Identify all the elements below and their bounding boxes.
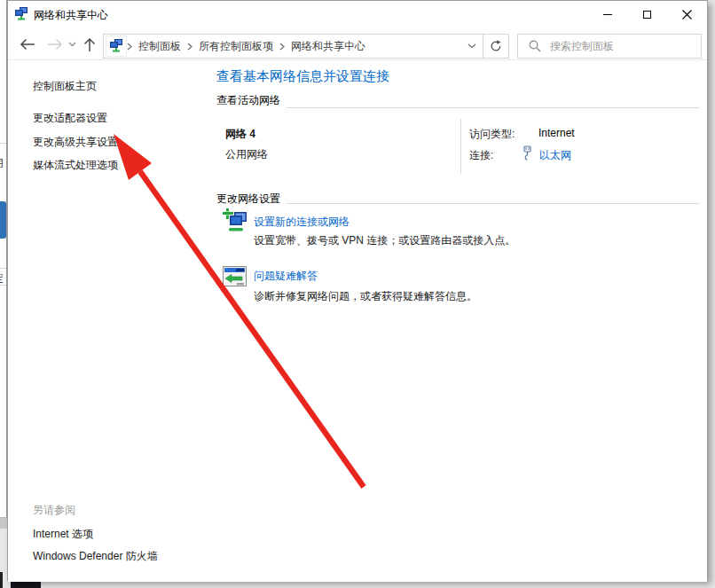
active-network-divider <box>460 119 461 174</box>
sidebar-item-change-advanced-sharing[interactable]: 更改高级共享设置 <box>33 135 118 150</box>
desktop: 用 定 网络和共享中心 <box>0 0 715 588</box>
search-icon <box>529 40 541 52</box>
setup-new-connection-desc: 设置宽带、拨号或 VPN 连接；或设置路由器或接入点。 <box>254 233 515 248</box>
setup-new-connection-link[interactable]: 设置新的连接或网络 <box>254 215 350 230</box>
search-box[interactable] <box>517 34 702 59</box>
section-divider <box>287 203 699 204</box>
new-connection-icon <box>222 208 250 234</box>
maximize-button[interactable] <box>627 1 667 27</box>
chevron-down-icon <box>68 42 76 47</box>
network-sharing-icon <box>109 39 123 53</box>
troubleshoot-problems-link[interactable]: 问题疑难解答 <box>254 269 318 284</box>
sidebar-item-control-panel-home[interactable]: 控制面板主页 <box>33 79 97 94</box>
access-type-label: 访问类型: <box>469 127 515 142</box>
maximize-icon <box>643 11 651 19</box>
background-dark-fragment <box>0 572 3 588</box>
minimize-button[interactable] <box>587 1 627 27</box>
breadcrumb-item-all-items[interactable]: 所有控制面板项 <box>192 39 279 54</box>
fragment-divider <box>0 143 6 144</box>
troubleshoot-icon <box>223 266 247 288</box>
address-bar[interactable]: 控制面板 所有控制面板项 网络和共享中心 <box>103 34 509 59</box>
close-icon <box>682 10 692 20</box>
section-header-active-networks: 查看活动网络 <box>216 93 280 108</box>
see-also-header: 另请参阅 <box>33 503 75 518</box>
breadcrumb-item-network-center[interactable]: 网络和共享中心 <box>285 39 372 54</box>
minimize-icon <box>603 14 612 15</box>
ethernet-connection-link[interactable]: 以太网 <box>539 148 571 163</box>
back-button[interactable] <box>19 35 36 53</box>
titlebar[interactable]: 网络和共享中心 <box>8 1 707 27</box>
network-name: 网络 4 <box>225 127 255 142</box>
up-arrow-icon <box>82 37 97 52</box>
connections-label: 连接: <box>469 148 493 163</box>
up-button[interactable] <box>81 35 98 53</box>
refresh-button[interactable] <box>483 35 508 58</box>
fragment-text: 用 <box>0 156 7 171</box>
background-scrollbar-fragment <box>0 201 6 239</box>
see-also-internet-options[interactable]: Internet 选项 <box>33 527 93 542</box>
window-title: 网络和共享中心 <box>34 8 108 23</box>
address-icon-box[interactable] <box>106 35 127 57</box>
ethernet-icon <box>521 145 534 161</box>
section-divider <box>287 107 699 108</box>
forward-button[interactable] <box>46 35 64 53</box>
breadcrumb: 控制面板 所有控制面板项 网络和共享中心 <box>127 35 461 58</box>
breadcrumb-item-control-panel[interactable]: 控制面板 <box>132 39 187 54</box>
background-window-shadow <box>0 518 7 529</box>
network-profile: 公用网络 <box>225 147 268 162</box>
search-input[interactable] <box>550 40 701 52</box>
forward-arrow-icon <box>47 37 63 51</box>
network-sharing-icon <box>14 7 28 21</box>
back-arrow-icon <box>20 37 35 51</box>
access-type-value: Internet <box>538 127 575 139</box>
section-header-change-settings: 更改网络设置 <box>216 192 280 207</box>
chevron-down-icon <box>468 43 476 49</box>
troubleshoot-problems-desc: 诊断并修复网络问题，或者获得疑难解答信息。 <box>254 289 477 304</box>
refresh-icon <box>490 40 502 52</box>
fragment-divider <box>0 285 6 286</box>
navigation-toolbar: 控制面板 所有控制面板项 网络和共享中心 <box>8 27 707 60</box>
sidebar-item-change-adapter-settings[interactable]: 更改适配器设置 <box>33 111 107 126</box>
content-area: 控制面板主页 更改适配器设置 更改高级共享设置 媒体流式处理选项 另请参阅 In… <box>8 60 707 582</box>
address-dropdown-button[interactable] <box>461 35 483 58</box>
sidebar-item-media-streaming-options[interactable]: 媒体流式处理选项 <box>33 158 118 173</box>
background-window-fragment: 用 定 <box>0 0 7 518</box>
recent-pages-dropdown[interactable] <box>66 35 78 53</box>
close-button[interactable] <box>667 1 707 27</box>
see-also-windows-defender-firewall[interactable]: Windows Defender 防火墙 <box>33 549 158 564</box>
fragment-divider <box>0 268 6 269</box>
network-sharing-center-window: 网络和共享中心 <box>7 0 708 581</box>
page-title: 查看基本网络信息并设置连接 <box>216 68 389 85</box>
